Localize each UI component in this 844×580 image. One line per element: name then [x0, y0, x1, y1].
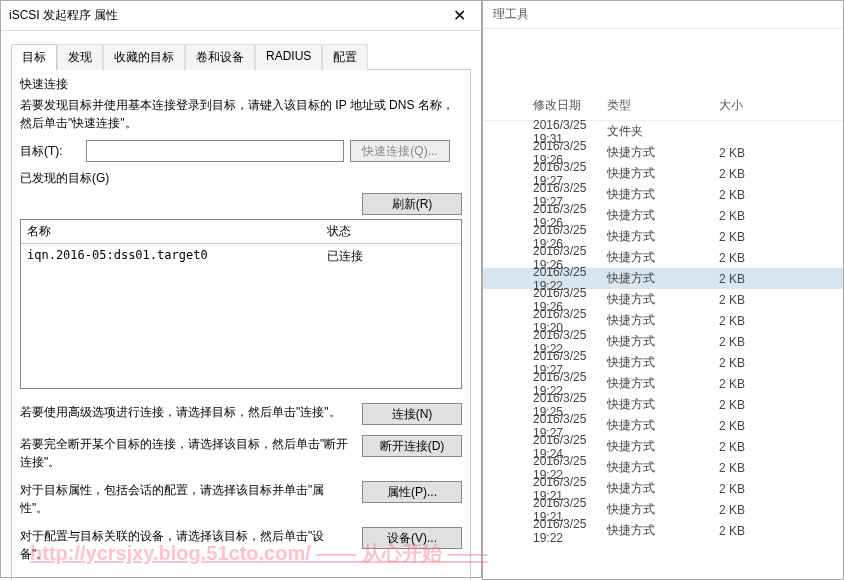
target-label: 目标(T): — [20, 143, 80, 160]
refresh-button[interactable]: 刷新(R) — [362, 193, 462, 215]
file-list-header: 修改日期 类型 大小 — [483, 91, 843, 121]
file-type: 快捷方式 — [603, 312, 693, 329]
quick-help-text: 若要发现目标并使用基本连接登录到目标，请键入该目标的 IP 地址或 DNS 名称… — [20, 96, 462, 132]
titlebar[interactable]: iSCSI 发起程序 属性 ✕ — [1, 1, 481, 31]
tab-2[interactable]: 收藏的目标 — [103, 44, 185, 70]
file-type: 快捷方式 — [603, 480, 693, 497]
file-size: 2 KB — [693, 230, 745, 244]
file-size: 2 KB — [693, 440, 745, 454]
file-type: 快捷方式 — [603, 354, 693, 371]
tab-panel-target: 快速连接 若要发现目标并使用基本连接登录到目标，请键入该目标的 IP 地址或 D… — [11, 69, 471, 580]
file-type: 快捷方式 — [603, 144, 693, 161]
close-icon[interactable]: ✕ — [445, 6, 473, 25]
properties-button[interactable]: 属性(P)... — [362, 481, 462, 503]
file-type: 快捷方式 — [603, 270, 693, 287]
col-name[interactable]: 名称 — [21, 220, 321, 243]
file-row[interactable]: 2016/3/25 19:22快捷方式2 KB — [483, 520, 843, 541]
file-type: 快捷方式 — [603, 186, 693, 203]
file-type: 快捷方式 — [603, 501, 693, 518]
file-type: 快捷方式 — [603, 459, 693, 476]
dialog-title: iSCSI 发起程序 属性 — [9, 7, 445, 24]
file-explorer-background: 理工具 修改日期 类型 大小 2016/3/25 19:31文件夹2016/3/… — [482, 0, 844, 580]
tab-0[interactable]: 目标 — [11, 44, 57, 70]
bg-menu-text: 理工具 — [483, 1, 843, 29]
disconnect-button[interactable]: 断开连接(D) — [362, 435, 462, 457]
file-size: 2 KB — [693, 524, 745, 538]
file-type: 快捷方式 — [603, 375, 693, 392]
file-size: 2 KB — [693, 377, 745, 391]
file-date: 2016/3/25 19:22 — [483, 517, 603, 545]
quick-connect-button[interactable]: 快速连接(Q)... — [350, 140, 450, 162]
tab-4[interactable]: RADIUS — [255, 44, 322, 70]
quick-section-title: 快速连接 — [20, 76, 462, 93]
discovered-label: 已发现的目标(G) — [20, 170, 462, 187]
file-size: 2 KB — [693, 314, 745, 328]
file-size: 2 KB — [693, 503, 745, 517]
target-name: iqn.2016-05:dss01.target0 — [21, 246, 321, 267]
file-type: 快捷方式 — [603, 207, 693, 224]
file-type: 文件夹 — [603, 123, 693, 140]
file-type: 快捷方式 — [603, 165, 693, 182]
target-status: 已连接 — [321, 246, 461, 267]
file-type: 快捷方式 — [603, 249, 693, 266]
file-size: 2 KB — [693, 335, 745, 349]
connect-help: 若要使用高级选项进行连接，请选择目标，然后单击"连接"。 — [20, 403, 362, 421]
file-type: 快捷方式 — [603, 438, 693, 455]
file-size: 2 KB — [693, 419, 745, 433]
file-size: 2 KB — [693, 209, 745, 223]
file-size: 2 KB — [693, 398, 745, 412]
file-type: 快捷方式 — [603, 228, 693, 245]
file-size: 2 KB — [693, 482, 745, 496]
file-size: 2 KB — [693, 167, 745, 181]
file-type: 快捷方式 — [603, 522, 693, 539]
file-size: 2 KB — [693, 461, 745, 475]
device-button[interactable]: 设备(V)... — [362, 527, 462, 549]
target-row[interactable]: iqn.2016-05:dss01.target0已连接 — [21, 244, 461, 269]
file-type: 快捷方式 — [603, 291, 693, 308]
connect-button[interactable]: 连接(N) — [362, 403, 462, 425]
tabs: 目标发现收藏的目标卷和设备RADIUS配置 — [1, 31, 481, 69]
file-size: 2 KB — [693, 146, 745, 160]
iscsi-dialog: iSCSI 发起程序 属性 ✕ 目标发现收藏的目标卷和设备RADIUS配置 快速… — [0, 0, 482, 578]
file-type: 快捷方式 — [603, 396, 693, 413]
header-size[interactable]: 大小 — [693, 97, 743, 114]
file-size: 2 KB — [693, 356, 745, 370]
list-header: 名称 状态 — [21, 220, 461, 244]
col-status[interactable]: 状态 — [321, 220, 461, 243]
device-help: 对于配置与目标关联的设备，请选择该目标，然后单击"设备"。 — [20, 527, 362, 563]
tab-5[interactable]: 配置 — [322, 44, 368, 70]
discovered-targets-list[interactable]: 名称 状态 iqn.2016-05:dss01.target0已连接 — [20, 219, 462, 389]
file-size: 2 KB — [693, 293, 745, 307]
file-type: 快捷方式 — [603, 417, 693, 434]
tab-1[interactable]: 发现 — [57, 44, 103, 70]
file-size: 2 KB — [693, 188, 745, 202]
properties-help: 对于目标属性，包括会话的配置，请选择该目标并单击"属性"。 — [20, 481, 362, 517]
tab-3[interactable]: 卷和设备 — [185, 44, 255, 70]
disconnect-help: 若要完全断开某个目标的连接，请选择该目标，然后单击"断开连接"。 — [20, 435, 362, 471]
file-list[interactable]: 2016/3/25 19:31文件夹2016/3/25 19:26快捷方式2 K… — [483, 121, 843, 541]
target-input[interactable] — [86, 140, 344, 162]
file-size: 2 KB — [693, 251, 745, 265]
header-date[interactable]: 修改日期 — [483, 97, 603, 114]
header-type[interactable]: 类型 — [603, 97, 693, 114]
file-type: 快捷方式 — [603, 333, 693, 350]
file-size: 2 KB — [693, 272, 745, 286]
